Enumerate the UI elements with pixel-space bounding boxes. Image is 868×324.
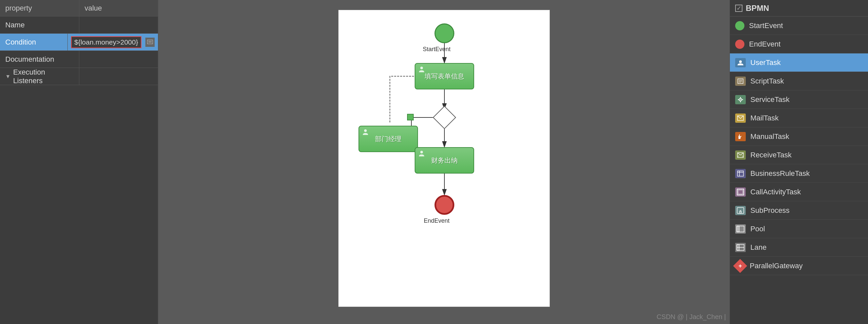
palette-item-mail-task[interactable]: MailTask [730, 109, 868, 128]
gateway-node[interactable] [433, 106, 456, 129]
svg-point-11 [364, 129, 367, 132]
properties-panel: property value Name Condition ${loan.mon… [0, 0, 159, 324]
property-col-label: property [5, 4, 32, 12]
prop-value-condition[interactable]: ${loan.money>2000} [68, 34, 158, 50]
business-rule-task-icon [735, 169, 746, 178]
prop-col-property-header: property [0, 0, 79, 16]
palette-label-subprocess: SubProcess [750, 206, 790, 215]
svg-rect-38 [737, 226, 739, 232]
mail-task-icon [735, 113, 746, 123]
start-event-label: StartEvent [423, 46, 451, 53]
palette-item-service-task[interactable]: ServiceTask [730, 91, 868, 109]
palette-item-start-event[interactable]: StartEvent [730, 16, 868, 35]
svg-rect-7 [407, 114, 413, 120]
prop-name-condition: Condition [0, 34, 68, 50]
prop-row-name[interactable]: Name [0, 16, 158, 34]
palette-label-script-task: ScriptTask [750, 77, 784, 85]
palette-item-lane[interactable]: Lane [730, 238, 868, 257]
service-task-icon [735, 95, 746, 104]
end-event-label: EndEvent [424, 217, 450, 224]
manual-task-icon [735, 132, 746, 141]
palette-item-pool[interactable]: Pool [730, 220, 868, 238]
palette-label-call-activity-task: CallActivityTask [750, 188, 801, 196]
palette-item-subprocess[interactable]: SubProcess [730, 201, 868, 220]
palette-item-business-rule-task[interactable]: BusinessRuleTask [730, 164, 868, 183]
svg-point-10 [420, 67, 423, 69]
call-activity-task-icon [735, 187, 746, 196]
lane-icon [735, 243, 746, 252]
prop-row-execution-listeners[interactable]: ▼ Execution Listeners [0, 68, 158, 85]
receive-task-icon [735, 150, 746, 160]
diagram-canvas[interactable]: StartEvent 填写表单信息 部门经理 [159, 0, 729, 324]
palette-label-parallel-gateway: ParallelGateway [750, 262, 803, 270]
prop-col-value-header: value [79, 0, 158, 16]
fill-form-task[interactable]: 填写表单信息 [415, 63, 474, 89]
palette-label-mail-task: MailTask [750, 114, 779, 122]
subprocess-icon [735, 206, 746, 215]
palette-label-business-rule-task: BusinessRuleTask [750, 169, 810, 178]
bpmn-palette: ✓ BPMN StartEvent EndEvent UserTask [729, 0, 868, 324]
palette-label-receive-task: ReceiveTask [750, 151, 792, 159]
palette-label-manual-task: ManualTask [750, 132, 789, 141]
svg-point-19 [740, 99, 741, 100]
value-col-label: value [85, 4, 102, 12]
expand-arrow-icon: ▼ [5, 74, 10, 79]
watermark: CSDN @ | Jack_Chen | [656, 313, 726, 321]
prop-table-header: property value [0, 0, 158, 16]
palette-header: ✓ BPMN [730, 0, 868, 16]
svg-rect-41 [737, 245, 739, 250]
svg-point-12 [420, 151, 423, 153]
palette-label-pool: Pool [750, 225, 765, 233]
svg-rect-32 [738, 190, 743, 194]
palette-item-receive-task[interactable]: ReceiveTask [730, 146, 868, 164]
prop-row-condition[interactable]: Condition ${loan.money>2000} [0, 34, 158, 51]
palette-label-service-task: ServiceTask [750, 95, 790, 104]
svg-point-13 [739, 60, 742, 63]
palette-label-end-event: EndEvent [749, 40, 780, 48]
palette-item-parallel-gateway[interactable]: + ParallelGateway [730, 257, 868, 275]
svg-rect-28 [738, 171, 743, 176]
script-task-icon [735, 77, 746, 86]
prop-name-name: Name [0, 16, 79, 33]
user-task-icon [735, 58, 746, 67]
svg-rect-0 [147, 40, 153, 44]
prop-row-documentation[interactable]: Documentation [0, 51, 158, 68]
svg-rect-34 [740, 212, 741, 213]
finance-task[interactable]: 财务出纳 [415, 147, 474, 174]
palette-item-end-event[interactable]: EndEvent [730, 35, 868, 53]
palette-label-lane: Lane [750, 243, 767, 252]
palette-item-user-task[interactable]: UserTask [730, 53, 868, 72]
palette-item-manual-task[interactable]: ManualTask [730, 128, 868, 146]
bpmn-checkbox[interactable]: ✓ [735, 5, 742, 12]
bpmn-diagram[interactable]: StartEvent 填写表单信息 部门经理 [338, 10, 550, 307]
prop-value-documentation [79, 51, 158, 68]
end-event-icon [735, 40, 744, 49]
condition-browse-icon[interactable] [145, 38, 155, 47]
dept-manager-task[interactable]: 部门经理 [359, 126, 418, 152]
end-event-node[interactable] [434, 195, 454, 215]
prop-name-documentation: Documentation [0, 51, 79, 68]
start-event-node[interactable] [434, 24, 454, 43]
palette-label-start-event: StartEvent [749, 22, 783, 30]
prop-name-execution-listeners: ▼ Execution Listeners [0, 68, 79, 85]
palette-title: BPMN [746, 4, 769, 13]
condition-input[interactable]: ${loan.money>2000} [71, 36, 142, 48]
parallel-gateway-icon: + [733, 259, 747, 273]
prop-value-name [79, 16, 158, 33]
start-event-icon [735, 21, 744, 30]
palette-item-script-task[interactable]: ScriptTask [730, 72, 868, 91]
pool-icon [735, 224, 746, 233]
palette-label-user-task: UserTask [750, 59, 781, 67]
palette-item-call-activity-task[interactable]: CallActivityTask [730, 183, 868, 201]
